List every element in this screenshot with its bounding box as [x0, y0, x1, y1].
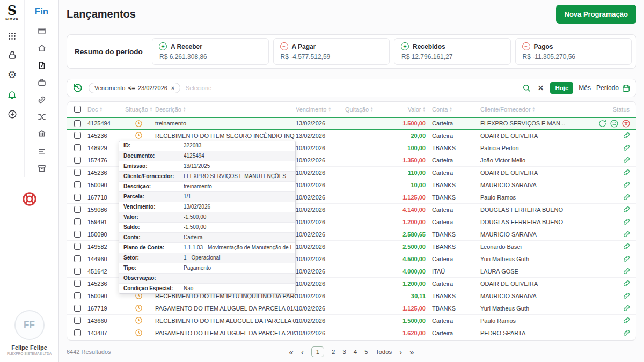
search-icon[interactable]: [522, 83, 531, 93]
link-icon[interactable]: [623, 316, 631, 324]
sort-icon[interactable]: ▲▼: [423, 107, 426, 112]
table-row[interactable]: 4125494 treinamento 13/02/2026 1.500,00 …: [67, 117, 636, 130]
link-icon[interactable]: [623, 255, 631, 263]
filter-select-input[interactable]: [186, 85, 516, 91]
today-button[interactable]: Hoje: [550, 82, 573, 94]
link-icon[interactable]: [623, 168, 631, 176]
table-row[interactable]: 143660 RECEBIMENTO DO ITEM ALUGUEL DA PA…: [67, 315, 636, 327]
page-button[interactable]: 1: [311, 346, 324, 357]
page-button[interactable]: 4: [354, 349, 357, 355]
link-icon[interactable]: [623, 156, 631, 164]
download-circle-icon[interactable]: [8, 109, 17, 119]
page-button[interactable]: ‹: [301, 348, 304, 357]
link-icon[interactable]: [623, 292, 631, 300]
avatar[interactable]: FF: [14, 310, 45, 340]
bank-icon[interactable]: [37, 129, 47, 139]
page-button[interactable]: Todos: [376, 349, 392, 355]
link-icon[interactable]: [623, 279, 631, 287]
sort-icon[interactable]: ▲▼: [449, 107, 452, 112]
row-checkbox[interactable]: [74, 280, 81, 287]
table-row[interactable]: 143487 PAGAMENTO DO ITEM ALUGUEL DA PARC…: [67, 327, 636, 339]
shuffle-icon[interactable]: [37, 112, 47, 122]
column-header[interactable]: Cliente/Fornecedor ▲▼: [480, 106, 597, 113]
archive-icon[interactable]: [37, 164, 47, 173]
link-icon[interactable]: [623, 131, 631, 139]
column-header[interactable]: Vencimento ▲▼: [296, 106, 345, 113]
row-checkbox[interactable]: [74, 132, 81, 139]
tooltip-field-value: -1.500,00: [184, 224, 291, 231]
column-header[interactable]: Quitação ▲▼: [345, 106, 387, 113]
column-header[interactable]: Status ▲▼: [597, 106, 636, 113]
row-checkbox[interactable]: [74, 169, 81, 176]
row-checkbox[interactable]: [74, 144, 81, 151]
bell-icon[interactable]: [7, 90, 17, 100]
sync-icon[interactable]: [598, 119, 607, 128]
row-checkbox[interactable]: [74, 243, 81, 250]
period-button[interactable]: Período: [596, 84, 631, 93]
page-button[interactable]: 2: [332, 349, 335, 355]
row-checkbox[interactable]: [74, 255, 81, 262]
clear-filters-icon[interactable]: ✕: [537, 84, 545, 92]
sort-icon[interactable]: ▲▼: [150, 107, 152, 112]
sort-icon[interactable]: ▲▼: [183, 107, 186, 112]
apps-grid-icon[interactable]: [8, 32, 17, 41]
simob-logo[interactable]: S SIMOB: [5, 4, 19, 20]
link-icon[interactable]: [623, 242, 631, 250]
row-checkbox[interactable]: [74, 157, 81, 164]
sort-icon[interactable]: ▲▼: [532, 107, 535, 112]
row-checkbox[interactable]: [74, 120, 81, 127]
sort-icon[interactable]: ▲▼: [370, 107, 373, 112]
page-button[interactable]: »: [409, 348, 414, 357]
page-button[interactable]: «: [289, 348, 293, 357]
row-checkbox[interactable]: [74, 329, 81, 336]
filter-chip[interactable]: Vencimento <= 23/02/2026 ×: [89, 83, 180, 93]
link-icon[interactable]: [623, 329, 631, 337]
column-header[interactable]: Descrição ▲▼: [155, 106, 296, 113]
row-checkbox[interactable]: [74, 194, 81, 201]
briefcase-icon[interactable]: [37, 78, 47, 87]
column-header[interactable]: Valor ▲▼: [387, 106, 432, 113]
link-icon[interactable]: [623, 218, 631, 226]
home-icon[interactable]: [37, 43, 47, 53]
page-button[interactable]: 5: [364, 349, 368, 355]
history-icon[interactable]: [72, 83, 83, 93]
row-checkbox[interactable]: [74, 218, 81, 225]
panel-icon[interactable]: [37, 26, 47, 36]
row-checkbox[interactable]: [74, 305, 81, 312]
page-button[interactable]: ›: [399, 348, 402, 357]
lock-icon[interactable]: [8, 50, 17, 60]
list-icon[interactable]: [37, 146, 47, 156]
column-header[interactable]: Conta ▲▼: [432, 106, 480, 113]
row-checkbox[interactable]: [74, 206, 81, 213]
column-header[interactable]: Doc ▲▼: [87, 106, 125, 113]
link-icon[interactable]: [623, 205, 631, 213]
table-row[interactable]: [67, 339, 636, 341]
link-icon[interactable]: [623, 230, 631, 238]
support-lifebuoy-icon[interactable]: [21, 191, 38, 207]
link-icon[interactable]: [623, 193, 631, 201]
page-button[interactable]: 3: [342, 349, 346, 355]
select-all-checkbox[interactable]: [74, 106, 81, 113]
row-checkbox[interactable]: [74, 268, 81, 275]
gear-icon[interactable]: ⚙: [8, 70, 17, 80]
row-checkbox[interactable]: [74, 231, 81, 238]
link-chain-icon[interactable]: [37, 95, 47, 105]
remove-filter-icon[interactable]: ×: [171, 85, 174, 91]
smiley-icon[interactable]: [610, 119, 619, 128]
link-icon[interactable]: [623, 144, 631, 152]
month-button[interactable]: Mês: [579, 84, 591, 92]
module-title[interactable]: Fin: [35, 6, 49, 17]
row-checkbox[interactable]: [74, 292, 81, 299]
sort-icon[interactable]: ▲▼: [328, 107, 331, 112]
trash-icon[interactable]: [621, 119, 631, 128]
link-icon[interactable]: [623, 267, 631, 275]
row-checkbox[interactable]: [74, 317, 81, 324]
document-edit-icon[interactable]: [37, 61, 47, 70]
column-header[interactable]: Situação ▲▼: [125, 106, 155, 113]
row-checkbox[interactable]: [74, 181, 81, 188]
link-icon[interactable]: [623, 304, 631, 312]
new-schedule-button[interactable]: Nova Programação: [556, 5, 637, 24]
link-icon[interactable]: [623, 181, 631, 189]
table-row[interactable]: 167719 PAGAMENTO DO ITEM ALUGUEL DA PARC…: [67, 302, 636, 315]
sort-icon[interactable]: ▲▼: [100, 107, 103, 112]
